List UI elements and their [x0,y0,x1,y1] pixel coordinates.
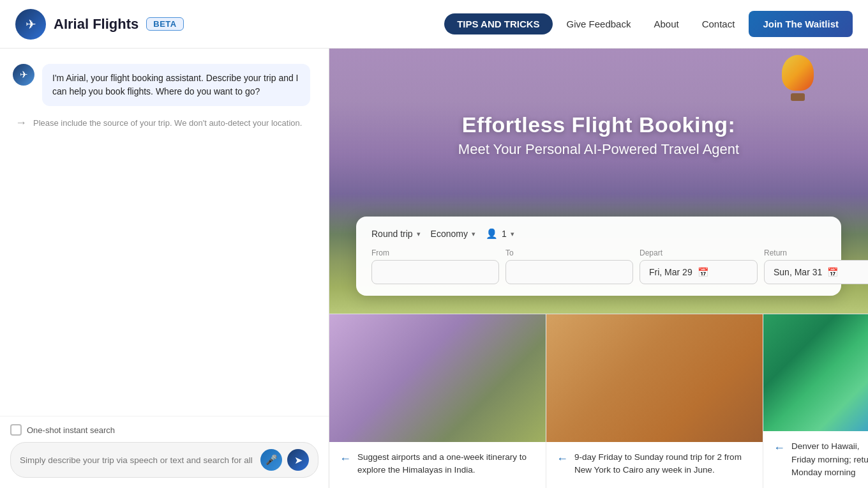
form-row-options: Round trip ▾ Economy ▾ 👤 1 ▾ [371,228,826,240]
card-2-description: 9-day Friday to Sunday round trip for 2 … [574,451,752,477]
depart-label: Depart [640,248,758,257]
trip-type-select[interactable]: Round trip ▾ [371,229,421,239]
feedback-button[interactable]: Give Feedback [558,13,640,34]
hero-title-line1: Effortless Flight Booking: [329,112,868,137]
main-content: ✈ I'm Airial, your flight booking assist… [0,49,868,488]
cabin-class-chevron: ▾ [472,230,475,238]
person-icon: 👤 [486,228,498,240]
assistant-message: I'm Airial, your flight booking assistan… [42,64,310,106]
balloon-basket [791,93,805,101]
suggestion-card-1: ← Suggest airports and a one-week itiner… [329,314,546,488]
chat-input-row: 🎤 ➤ [10,442,318,478]
chat-input[interactable] [20,455,255,465]
trip-type-label: Round trip [371,229,413,239]
from-label: From [371,248,499,257]
app-header: ✈ AIrial Flights BETA TIPS AND TRICKS Gi… [0,0,868,49]
return-label: Return [764,248,868,257]
right-panel: Effortless Flight Booking: Meet Your Per… [329,49,868,488]
depart-date-value: Fri, Mar 29 [649,267,692,277]
card-2-bottom: ← 9-day Friday to Sunday round trip for … [546,442,763,488]
main-nav: TIPS AND TRICKS Give Feedback About Cont… [444,11,853,37]
hot-air-balloon [779,55,817,106]
from-input[interactable] [371,260,499,284]
form-row-fields: From To Depart Fri, Mar 29 📅 [371,248,826,284]
to-group: To [505,248,633,284]
location-hint: → Please include the source of your trip… [15,116,316,130]
card-1-image [329,314,546,442]
card-2-arrow-icon[interactable]: ← [557,452,568,466]
cards-section: ← Suggest airports and a one-week itiner… [329,314,868,488]
tips-button[interactable]: TIPS AND TRICKS [444,13,552,34]
to-label: To [505,248,633,257]
assistant-bubble: ✈ I'm Airial, your flight booking assist… [13,64,316,106]
depart-date-picker[interactable]: Fri, Mar 29 📅 [640,260,758,284]
card-3-description: Denver to Hawaii, Friday morning; return… [791,440,868,479]
card-1-description: Suggest airports and a one-week itinerar… [357,451,535,477]
return-group: Return Sun, Mar 31 📅 [764,248,868,284]
assistant-avatar: ✈ [13,64,34,86]
card-2-image [546,314,763,442]
cabin-class-select[interactable]: Economy ▾ [431,229,475,239]
depart-calendar-icon: 📅 [698,267,708,277]
card-3-bottom: ← Denver to Hawaii, Friday morning; retu… [763,431,868,488]
passengers-count: 1 [502,229,507,239]
depart-group: Depart Fri, Mar 29 📅 [640,248,758,284]
mic-button[interactable]: 🎤 [260,449,282,471]
suggestion-card-2: ← 9-day Friday to Sunday round trip for … [546,314,763,488]
search-form: Round trip ▾ Economy ▾ 👤 1 ▾ Fr [356,217,841,296]
balloon-body [782,55,814,91]
card-1-arrow-icon[interactable]: ← [340,452,351,466]
return-date-picker[interactable]: Sun, Mar 31 📅 [764,260,868,284]
card-1-bottom: ← Suggest airports and a one-week itiner… [329,442,546,488]
hero-section: Effortless Flight Booking: Meet Your Per… [329,49,868,314]
about-button[interactable]: About [645,13,687,34]
card-3-image [763,314,868,431]
one-shot-checkbox[interactable] [10,424,22,436]
trip-type-chevron: ▾ [417,230,421,238]
hero-title-line2: Meet Your Personal AI-Powered Travel Age… [329,141,868,158]
send-button[interactable]: ➤ [287,449,309,471]
cabin-class-label: Economy [431,229,468,239]
from-group: From [371,248,499,284]
app-title: AIrial Flights [54,16,138,33]
chat-messages: ✈ I'm Airial, your flight booking assist… [0,49,329,416]
to-input[interactable] [505,260,633,284]
arrow-right-icon: → [15,116,27,130]
logo-area: ✈ AIrial Flights BETA [15,9,184,40]
hint-text: Please include the source of your trip. … [33,118,302,128]
one-shot-toggle: One-shot instant search [10,424,318,436]
suggestion-card-3: ← Denver to Hawaii, Friday morning; retu… [763,314,868,488]
card-3-arrow-icon[interactable]: ← [774,441,785,455]
logo-icon: ✈ [15,9,46,40]
passengers-select[interactable]: 👤 1 ▾ [486,228,514,240]
chat-panel: ✈ I'm Airial, your flight booking assist… [0,49,329,488]
contact-button[interactable]: Contact [693,13,744,34]
passengers-chevron: ▾ [511,230,514,238]
return-date-value: Sun, Mar 31 [774,267,822,277]
join-waitlist-button[interactable]: Join The Waitlist [749,11,853,37]
one-shot-label: One-shot instant search [27,425,115,435]
hero-title: Effortless Flight Booking: Meet Your Per… [329,112,868,158]
beta-badge: BETA [146,17,183,31]
return-calendar-icon: 📅 [827,267,838,277]
chat-bottom: One-shot instant search 🎤 ➤ [0,416,329,488]
